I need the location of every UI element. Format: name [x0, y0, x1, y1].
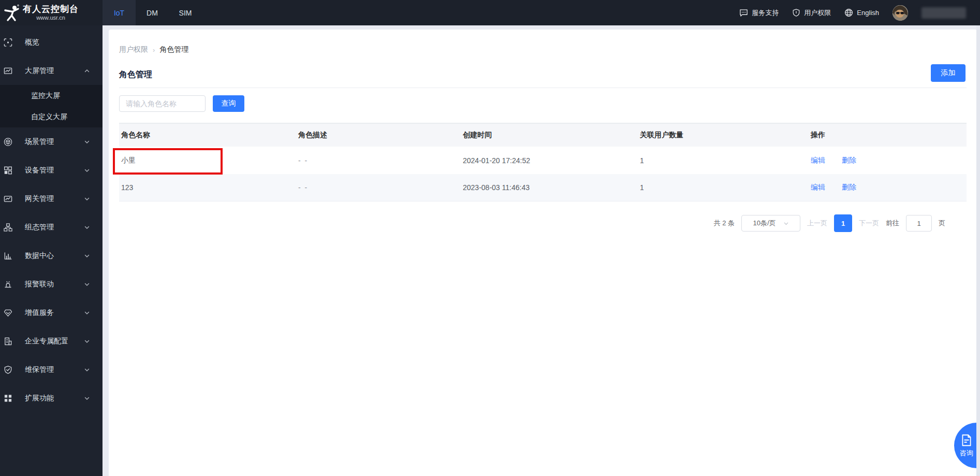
role-name-search-input[interactable]: [119, 95, 206, 112]
sidebar-item-alarm-linkage[interactable]: 报警联动: [0, 270, 103, 298]
logo[interactable]: 有人云控制台 www.usr.cn: [0, 0, 103, 25]
column-header-created-time: 创建时间: [461, 131, 638, 140]
pagination: 共 2 条 10条/页 上一页 1 下一页 前往 页: [119, 214, 967, 232]
cell-role-name: 123: [119, 183, 296, 192]
sidebar-item-screen-management[interactable]: 大屏管理: [0, 56, 103, 85]
column-header-role-description: 角色描述: [296, 131, 461, 140]
language-label: English: [857, 9, 879, 17]
logo-subtitle: www.usr.cn: [23, 15, 79, 21]
chevron-down-icon: [84, 395, 90, 401]
sidebar-item-scada-management[interactable]: 组态管理: [0, 213, 103, 241]
user-permission-item[interactable]: 用户权限: [792, 8, 831, 18]
sidebar-item-label: 概览: [25, 38, 39, 47]
cell-role-description: - -: [296, 183, 461, 192]
next-page-button[interactable]: 下一页: [859, 219, 879, 228]
edit-link[interactable]: 编辑: [811, 183, 825, 191]
chevron-down-icon: [84, 281, 90, 287]
goto-page-input[interactable]: [906, 215, 932, 232]
product-nav: IoT DM SIM: [103, 0, 202, 25]
sidebar-item-value-added-services[interactable]: 增值服务: [0, 298, 103, 327]
redacted-username[interactable]: [922, 7, 966, 19]
building-icon: [4, 337, 12, 345]
chat-bubble-icon: [739, 8, 748, 17]
language-switch-item[interactable]: English: [844, 8, 879, 17]
header-divider: [119, 88, 967, 88]
delete-link[interactable]: 删除: [842, 183, 856, 191]
app-root: { "topbar": { "logo": { "title": "有人云控制台…: [0, 0, 980, 476]
sidebar-item-label: 企业专属配置: [25, 337, 68, 346]
main-panel: 用户权限 › 角色管理 角色管理 添加 查询 角色名称 角色描述 创建时间 关联…: [109, 30, 977, 476]
sidebar-subitem-monitor-screen[interactable]: 监控大屏: [0, 85, 103, 106]
tab-iot[interactable]: IoT: [103, 0, 136, 25]
cell-role-name: 小里: [119, 156, 296, 165]
chevron-down-icon: [84, 367, 90, 373]
page-header: 角色管理 添加: [119, 69, 967, 88]
goto-unit-label: 页: [939, 219, 945, 228]
sidebar-subitem-custom-screen[interactable]: 自定义大屏: [0, 106, 103, 127]
sidebar-item-maintenance-management[interactable]: 维保管理: [0, 355, 103, 384]
gateway-chart-icon: [4, 194, 12, 203]
sidebar-item-enterprise-config[interactable]: 企业专属配置: [0, 327, 103, 355]
table-row: 小里 - - 2024-01-20 17:24:52 1 编辑 删除: [119, 147, 967, 174]
sidebar-item-label: 报警联动: [25, 280, 54, 289]
column-header-actions: 操作: [809, 131, 967, 140]
topbar-right: 服务支持 用户权限 English: [739, 0, 980, 25]
column-header-linked-users: 关联用户数量: [638, 131, 809, 140]
device-grid-icon: [4, 166, 12, 175]
chevron-down-icon: [84, 310, 90, 316]
service-support-item[interactable]: 服务支持: [739, 8, 779, 18]
page-title: 角色管理: [119, 69, 967, 80]
cell-created-time: 2023-08-03 11:46:43: [461, 183, 638, 192]
avatar-photo: [893, 5, 908, 21]
cell-linked-users: 1: [638, 183, 809, 192]
sidebar-item-label: 组态管理: [25, 223, 54, 232]
page-number-1[interactable]: 1: [834, 214, 852, 232]
big-screen-icon: [4, 66, 12, 75]
apps-grid-icon: [4, 394, 12, 402]
add-button[interactable]: 添加: [931, 64, 966, 82]
top-bar: 有人云控制台 www.usr.cn IoT DM SIM 服务支持 用户权限 E…: [0, 0, 980, 25]
breadcrumb-user-permission[interactable]: 用户权限: [119, 45, 148, 54]
cell-actions: 编辑 删除: [809, 183, 967, 192]
sidebar-item-scene-management[interactable]: 场景管理: [0, 127, 103, 156]
chevron-down-icon: [84, 224, 90, 230]
tab-sim[interactable]: SIM: [169, 0, 202, 25]
edit-link[interactable]: 编辑: [811, 156, 825, 164]
breadcrumb: 用户权限 › 角色管理: [119, 30, 967, 54]
sidebar-item-label: 增值服务: [25, 308, 54, 318]
sidebar-item-data-center[interactable]: 数据中心: [0, 241, 103, 270]
table-row: 123 - - 2023-08-03 11:46:43 1 编辑 删除: [119, 174, 967, 201]
document-icon: [960, 434, 973, 447]
chevron-down-icon: [84, 167, 90, 174]
sidebar-item-overview[interactable]: 概览: [0, 28, 103, 56]
sidebar-item-extended-functions[interactable]: 扩展功能: [0, 384, 103, 412]
logo-title: 有人云控制台: [23, 5, 79, 15]
tab-dm[interactable]: DM: [136, 0, 169, 25]
pagination-total: 共 2 条: [714, 219, 735, 228]
cell-linked-users: 1: [638, 156, 809, 165]
chevron-down-icon: [84, 338, 90, 344]
cell-role-description: - -: [296, 156, 461, 165]
chevron-down-icon: [84, 196, 90, 202]
page-size-select[interactable]: 10条/页: [741, 215, 800, 232]
sidebar-item-gateway-management[interactable]: 网关管理: [0, 184, 103, 213]
service-support-label: 服务支持: [752, 8, 779, 18]
chevron-up-icon: [84, 68, 90, 74]
sidebar-item-label: 场景管理: [25, 137, 54, 147]
scada-nodes-icon: [4, 223, 12, 232]
cell-actions: 编辑 删除: [809, 156, 967, 165]
roles-table: 角色名称 角色描述 创建时间 关联用户数量 操作 小里 - - 2024-01-…: [119, 123, 967, 201]
sidebar-item-label: 大屏管理: [25, 66, 54, 76]
chevron-down-icon: [783, 221, 789, 226]
bar-chart-icon: [4, 251, 12, 260]
sidebar-item-label: 网关管理: [25, 194, 54, 204]
avatar[interactable]: [893, 5, 908, 21]
shield-icon: [792, 8, 800, 17]
search-button[interactable]: 查询: [213, 95, 244, 112]
sidebar-item-device-management[interactable]: 设备管理: [0, 156, 103, 184]
chevron-down-icon: [84, 253, 90, 259]
prev-page-button[interactable]: 上一页: [807, 219, 827, 228]
delete-link[interactable]: 删除: [842, 156, 856, 164]
vertical-scrollbar[interactable]: [976, 25, 980, 476]
usr-person-logo-icon: [4, 4, 20, 22]
